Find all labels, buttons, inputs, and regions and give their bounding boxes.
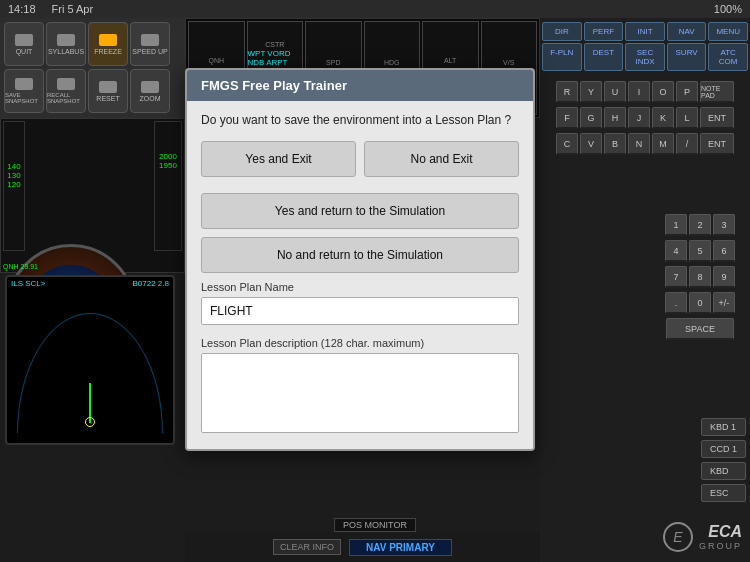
syllabus-button[interactable]: SYLLABUS (46, 22, 86, 66)
eca-text: ECA GROUP (699, 523, 742, 551)
date-display: Fri 5 Apr (52, 3, 94, 15)
key-o[interactable]: O (652, 81, 674, 103)
lesson-name-label: Lesson Plan Name (201, 281, 519, 293)
battery-display: 100% (714, 3, 742, 15)
ccd1-label: CCD 1 (701, 440, 746, 458)
key-r[interactable]: R (556, 81, 578, 103)
dest-button[interactable]: DEST (584, 43, 624, 71)
yes-sim-button[interactable]: Yes and return to the Simulation (201, 193, 519, 229)
kbd-label: KBD (701, 462, 746, 480)
surv-button[interactable]: SURV (667, 43, 707, 71)
menu-button[interactable]: MENU (708, 22, 748, 41)
key-dot[interactable]: . (665, 292, 687, 314)
key-2[interactable]: 2 (689, 214, 711, 236)
modal-question: Do you want to save the environment into… (201, 113, 519, 127)
key-k[interactable]: K (652, 107, 674, 129)
bottom-strip: CLEAR INFO NAV PRIMARY (185, 532, 540, 562)
recall-snapshot-icon (57, 78, 75, 90)
key-b[interactable]: B (604, 133, 626, 155)
recall-snapshot-button[interactable]: RECALL SNAPSHOT (46, 69, 86, 113)
key-3[interactable]: 3 (713, 214, 735, 236)
keyboard-row-2: F G H J K L ENT (542, 105, 748, 131)
pfd-labels: QNH 29.91 (3, 263, 38, 270)
key-ent-2[interactable]: ENT (700, 133, 734, 155)
keyboard: R Y U I O P NOTE PAD F G H J K L ENT C V… (540, 77, 750, 159)
perf-button[interactable]: PERF (584, 22, 624, 41)
kdb-esc-panel: KBD 1 CCD 1 KBD ESC (701, 418, 746, 502)
freeze-button[interactable]: FREEZE (88, 22, 128, 66)
key-slash[interactable]: / (676, 133, 698, 155)
key-8[interactable]: 8 (689, 266, 711, 288)
nav-button[interactable]: NAV (667, 22, 707, 41)
keyboard-row-1: R Y U I O P NOTE PAD (542, 79, 748, 105)
key-h[interactable]: H (604, 107, 626, 129)
key-6[interactable]: 6 (713, 240, 735, 262)
quit-button[interactable]: QUIT (4, 22, 44, 66)
numpad: 1 2 3 4 5 6 7 8 9 . 0 +/- SPACE (650, 208, 750, 346)
nav-range: B0722 2.8 (133, 279, 169, 288)
key-i[interactable]: I (628, 81, 650, 103)
right-panel: DIR PERF INIT NAV MENU F-PLN DEST SEC IN… (540, 18, 750, 562)
lesson-name-input[interactable] (201, 297, 519, 325)
speedup-icon (141, 34, 159, 46)
modal-header: FMGS Free Play Trainer (187, 70, 533, 101)
pfd-display: 140 130 120 2000 1950 QNH 29.91 (0, 118, 185, 273)
key-v[interactable]: V (580, 133, 602, 155)
kbd1-label: KBD 1 (701, 418, 746, 436)
status-bar: 14:18 Fri 5 Apr 100% (0, 0, 750, 18)
esc-label: ESC (701, 484, 746, 502)
zoom-button[interactable]: ZOOM (130, 69, 170, 113)
save-snapshot-button[interactable]: SAVE SNAPSHOT (4, 69, 44, 113)
key-1[interactable]: 1 (665, 214, 687, 236)
nav-display: ILS SCL> B0722 2.8 (5, 275, 175, 445)
lesson-desc-label: Lesson Plan description (128 char. maxim… (201, 337, 519, 349)
key-ent-1[interactable]: ENT (700, 107, 734, 129)
fmgs-buttons: DIR PERF INIT NAV MENU F-PLN DEST SEC IN… (540, 18, 750, 77)
key-plusminus[interactable]: +/- (713, 292, 735, 314)
key-4[interactable]: 4 (665, 240, 687, 262)
syllabus-icon (57, 34, 75, 46)
fmgs-row-2: F-PLN DEST SEC INDX SURV ATC COM (542, 43, 748, 71)
key-y[interactable]: Y (580, 81, 602, 103)
key-m[interactable]: M (652, 133, 674, 155)
eca-logo-area: E ECA GROUP (663, 522, 742, 552)
dir-button[interactable]: DIR (542, 22, 582, 41)
save-snapshot-icon (15, 78, 33, 90)
quit-icon (15, 34, 33, 46)
lesson-desc-textarea[interactable] (201, 353, 519, 433)
key-space[interactable]: SPACE (666, 318, 734, 340)
reset-button[interactable]: RESET (88, 69, 128, 113)
modal-body: Do you want to save the environment into… (187, 101, 533, 449)
key-u[interactable]: U (604, 81, 626, 103)
key-0[interactable]: 0 (689, 292, 711, 314)
init-button[interactable]: INIT (625, 22, 665, 41)
no-exit-button[interactable]: No and Exit (364, 141, 519, 177)
speed-up-button[interactable]: SPEED UP (130, 22, 170, 66)
freeze-icon (99, 34, 117, 46)
key-notepad[interactable]: NOTE PAD (700, 81, 734, 103)
no-sim-button[interactable]: No and return to the Simulation (201, 237, 519, 273)
spacer (201, 185, 519, 193)
fpln-button[interactable]: F-PLN (542, 43, 582, 71)
key-l[interactable]: L (676, 107, 698, 129)
key-7[interactable]: 7 (665, 266, 687, 288)
exit-buttons-row: Yes and Exit No and Exit (201, 141, 519, 177)
zoom-icon (141, 81, 159, 93)
key-j[interactable]: J (628, 107, 650, 129)
key-g[interactable]: G (580, 107, 602, 129)
eca-emblem: E (663, 522, 693, 552)
key-5[interactable]: 5 (689, 240, 711, 262)
atc-com-button[interactable]: ATC COM (708, 43, 748, 71)
time-display: 14:18 (8, 3, 36, 15)
key-n[interactable]: N (628, 133, 650, 155)
key-f[interactable]: F (556, 107, 578, 129)
key-9[interactable]: 9 (713, 266, 735, 288)
key-c[interactable]: C (556, 133, 578, 155)
speed-tape: 140 130 120 (3, 121, 25, 251)
clear-info-button[interactable]: CLEAR INFO (273, 539, 341, 555)
modal-title: FMGS Free Play Trainer (201, 78, 347, 93)
yes-exit-button[interactable]: Yes and Exit (201, 141, 356, 177)
key-p[interactable]: P (676, 81, 698, 103)
sec-indx-button[interactable]: SEC INDX (625, 43, 665, 71)
pos-monitor-label: POS MONITOR (334, 518, 416, 532)
